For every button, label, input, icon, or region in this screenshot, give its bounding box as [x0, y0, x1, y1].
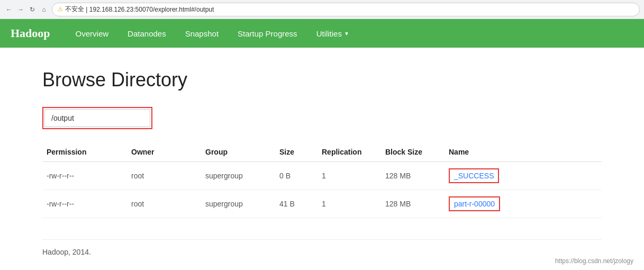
table-header-row: Permission Owner Group Size Replication … — [42, 142, 602, 162]
security-label: 不安全 — [65, 5, 84, 14]
navbar: Hadoop Overview Datanodes Snapshot Start… — [0, 19, 644, 48]
cell-replication-2: 1 — [318, 190, 381, 218]
reload-button[interactable]: ↻ — [28, 5, 37, 14]
cell-permission-2: -rw-r--r-- — [42, 190, 127, 218]
nav-item-utilities[interactable]: Utilities ▼ — [307, 19, 359, 48]
browser-controls: ← → ↻ ⌂ — [4, 5, 49, 14]
col-header-owner: Owner — [127, 142, 201, 162]
footer: Hadoop, 2014. — [42, 239, 602, 256]
footer-text: Hadoop, 2014. — [42, 248, 91, 256]
nav-item-datanodes[interactable]: Datanodes — [118, 19, 176, 48]
browser-chrome: ← → ↻ ⌂ ⚠ 不安全 | 192.168.126.23:50070/exp… — [0, 0, 644, 19]
nav-item-overview[interactable]: Overview — [66, 19, 119, 48]
cell-blocksize-1: 128 MB — [381, 162, 445, 190]
col-header-replication: Replication — [318, 142, 381, 162]
nav-brand[interactable]: Hadoop — [11, 26, 50, 40]
address-text: 192.168.126.23:50070/explorer.html#/outp… — [89, 6, 214, 13]
cell-name-1: _SUCCESS — [445, 162, 602, 190]
address-bar[interactable]: ⚠ 不安全 | 192.168.126.23:50070/explorer.ht… — [52, 3, 640, 16]
name-border-2: part-r-00000 — [449, 196, 500, 211]
home-button[interactable]: ⌂ — [39, 5, 49, 14]
lock-icon: ⚠ — [58, 6, 63, 13]
name-border-1: _SUCCESS — [449, 168, 499, 183]
col-header-name: Name — [445, 142, 602, 162]
col-header-size: Size — [275, 142, 318, 162]
cell-group-2: supergroup — [201, 190, 275, 218]
cell-replication-1: 1 — [318, 162, 381, 190]
nav-item-snapshot[interactable]: Snapshot — [176, 19, 228, 48]
cell-size-1: 0 B — [275, 162, 318, 190]
bottom-link: https://blog.csdn.net/jzology — [555, 257, 633, 265]
col-header-group: Group — [201, 142, 275, 162]
directory-table: Permission Owner Group Size Replication … — [42, 142, 602, 218]
main-content: Browse Directory Permission Owner Group … — [0, 48, 644, 267]
file-link-part[interactable]: part-r-00000 — [454, 200, 495, 208]
page-title: Browse Directory — [42, 69, 602, 91]
col-header-blocksize: Block Size — [381, 142, 445, 162]
col-header-permission: Permission — [42, 142, 127, 162]
cell-owner-1: root — [127, 162, 201, 190]
cell-group-1: supergroup — [201, 162, 275, 190]
path-input-container — [42, 107, 152, 129]
cell-permission-1: -rw-r--r-- — [42, 162, 127, 190]
nav-item-startup-progress[interactable]: Startup Progress — [228, 19, 307, 48]
address-separator: | — [84, 6, 89, 13]
table-body: -rw-r--r-- root supergroup 0 B 1 128 MB … — [42, 162, 602, 218]
table-row: -rw-r--r-- root supergroup 0 B 1 128 MB … — [42, 162, 602, 190]
cell-blocksize-2: 128 MB — [381, 190, 445, 218]
chevron-down-icon: ▼ — [344, 31, 349, 37]
path-input[interactable] — [44, 109, 150, 127]
back-button[interactable]: ← — [4, 5, 14, 14]
file-link-success[interactable]: _SUCCESS — [454, 172, 494, 180]
table-row: -rw-r--r-- root supergroup 41 B 1 128 MB… — [42, 190, 602, 218]
cell-name-2: part-r-00000 — [445, 190, 602, 218]
cell-size-2: 41 B — [275, 190, 318, 218]
cell-owner-2: root — [127, 190, 201, 218]
forward-button[interactable]: → — [16, 5, 25, 14]
